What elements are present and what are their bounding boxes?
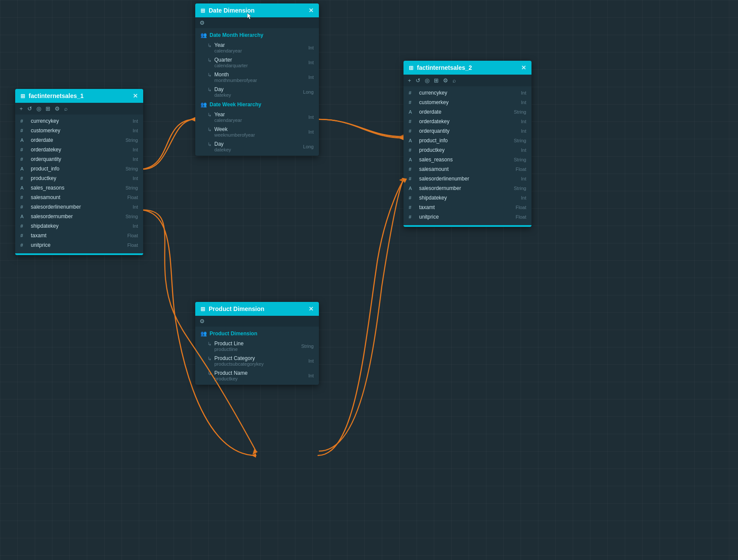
type-icon: # — [409, 119, 416, 124]
fact1-header-left: ⊞ factinternetsales_1 — [20, 92, 84, 99]
table-row: #salesorderlinenumberInt — [403, 174, 531, 183]
field-name: taxamt — [31, 233, 124, 239]
hier-dtype: String — [301, 344, 314, 349]
field-name: sales_reasons — [31, 185, 122, 191]
product-dim-body: 👥 Product Dimension ↳ Product Line produ… — [195, 327, 319, 385]
field-name: currencykey — [31, 118, 129, 124]
date-dim-header: ⊞ Date Dimension ✕ — [195, 3, 319, 17]
type-icon: A — [20, 166, 27, 171]
hier-row: ↳ Year calendaryear Int — [195, 110, 319, 124]
table-row: #orderdatekeyInt — [403, 117, 531, 126]
table-row: #currencykeyInt — [403, 88, 531, 98]
hier-content: Day datekey — [214, 86, 303, 98]
hier-row: ↳ Product Category productsubcategorykey… — [195, 354, 319, 368]
field-dtype: Int — [521, 128, 526, 134]
hier-dtype: Long — [303, 144, 314, 149]
hier-item-name: Product Category — [214, 355, 308, 361]
hier-item-name: Day — [214, 86, 303, 92]
hier-content: Product Line productline — [214, 341, 301, 352]
hier-content: Day datekey — [214, 141, 303, 152]
hier-item-sub: calendaryear — [214, 48, 308, 53]
type-icon: # — [20, 128, 27, 133]
arrow-icon: ↳ — [207, 141, 212, 147]
table-row: #taxamtFloat — [15, 231, 143, 240]
hier-item-name: Year — [214, 42, 308, 48]
arrow-icon: ↳ — [207, 341, 212, 347]
refresh-icon[interactable]: ↺ — [27, 105, 32, 112]
settings-icon[interactable]: ⚙ — [55, 105, 60, 112]
hier-row: ↳ Quarter calendarquarter Int — [195, 55, 319, 70]
add-icon[interactable]: + — [408, 77, 411, 84]
grid-icon[interactable]: ⊞ — [46, 105, 50, 112]
hier-item-sub: productkey — [214, 376, 308, 381]
hier-item-name: Quarter — [214, 57, 308, 63]
add-icon[interactable]: + — [20, 105, 23, 112]
svg-marker-4 — [190, 117, 195, 121]
hier-content: Product Name productkey — [214, 370, 308, 381]
table-row: Aproduct_infoString — [403, 136, 531, 145]
type-icon: # — [409, 167, 416, 172]
fact2-close-button[interactable]: ✕ — [521, 64, 526, 71]
hier-row: ↳ Day datekey Long — [195, 139, 319, 154]
table-row: #productkeyInt — [403, 145, 531, 155]
search-icon[interactable]: ⌕ — [453, 77, 456, 84]
table-row: #customerkeyInt — [403, 98, 531, 107]
arrow-icon: ↳ — [207, 72, 212, 78]
field-name: product_info — [419, 138, 510, 144]
date-dim-card: ⊞ Date Dimension ✕ ⚙ 👥 Date Month Hierar… — [195, 3, 319, 156]
svg-marker-3 — [399, 178, 403, 182]
view-icon[interactable]: ◎ — [36, 105, 41, 112]
field-name: orderdate — [419, 109, 510, 115]
arrow-icon: ↳ — [207, 127, 212, 133]
field-dtype: Int — [133, 118, 138, 124]
field-name: unitprice — [419, 214, 512, 220]
arrow-icon: ↳ — [207, 370, 212, 377]
type-icon: # — [409, 147, 416, 153]
fact2-card: ⊞ factinternetsales_2 ✕ + ↺ ◎ ⊞ ⚙ ⌕ #cur… — [403, 61, 531, 227]
hier-dtype: Int — [308, 60, 314, 65]
hier-row: ↳ Month monthnumberofyear Int — [195, 70, 319, 85]
field-dtype: Float — [128, 242, 138, 248]
view-icon[interactable]: ◎ — [425, 77, 430, 84]
settings-icon[interactable]: ⚙ — [443, 77, 448, 84]
fact1-close-button[interactable]: ✕ — [133, 92, 138, 99]
product-dim-close-button[interactable]: ✕ — [308, 305, 314, 312]
date-month-hierarchy-header: 👥 Date Month Hierarchy — [195, 30, 319, 40]
hierarchy-people-icon: 👥 — [200, 331, 207, 337]
svg-marker-0 — [191, 117, 195, 121]
refresh-icon[interactable]: ↺ — [416, 77, 420, 84]
grid-icon[interactable]: ⊞ — [434, 77, 439, 84]
fact2-fields: #currencykeyInt #customerkeyInt Aorderda… — [403, 86, 531, 223]
hier-item-name: Day — [214, 141, 303, 147]
field-dtype: String — [514, 157, 526, 162]
type-icon: # — [20, 147, 27, 152]
svg-marker-5 — [398, 136, 403, 140]
type-icon: # — [20, 204, 27, 210]
fact1-fields: #currencykeyInt #customerkeyInt Aorderda… — [15, 115, 143, 252]
product-dim-title: Product Dimension — [209, 305, 264, 312]
field-dtype: Int — [133, 157, 138, 162]
field-dtype: Int — [133, 147, 138, 152]
field-name: salesordernumber — [31, 213, 122, 219]
svg-marker-1 — [399, 134, 403, 139]
hier-item-sub: datekey — [214, 147, 303, 152]
fact1-card: ⊞ factinternetsales_1 ✕ + ↺ ◎ ⊞ ⚙ ⌕ #cur… — [15, 89, 143, 255]
hier-item-name: Week — [214, 126, 308, 132]
hier-item-name: Product Line — [214, 341, 301, 347]
table-row: #unitpriceFloat — [15, 240, 143, 250]
field-dtype: String — [125, 138, 138, 143]
table-row: AsalesordernumberString — [15, 212, 143, 221]
field-dtype: Int — [521, 147, 526, 153]
settings-icon[interactable]: ⚙ — [200, 318, 205, 324]
product-dim-header-left: ⊞ Product Dimension — [200, 305, 264, 312]
table-icon: ⊞ — [20, 93, 25, 99]
arrow-icon: ↳ — [207, 87, 212, 93]
hier-dtype: Int — [308, 358, 314, 364]
type-icon: A — [409, 157, 416, 162]
date-dim-close-button[interactable]: ✕ — [308, 7, 314, 14]
field-name: salesorderlinenumber — [31, 204, 129, 210]
search-icon[interactable]: ⌕ — [64, 105, 68, 112]
settings-icon[interactable]: ⚙ — [200, 20, 205, 26]
table-row: #shipdatekeyInt — [15, 221, 143, 231]
field-name: sales_reasons — [419, 157, 510, 163]
